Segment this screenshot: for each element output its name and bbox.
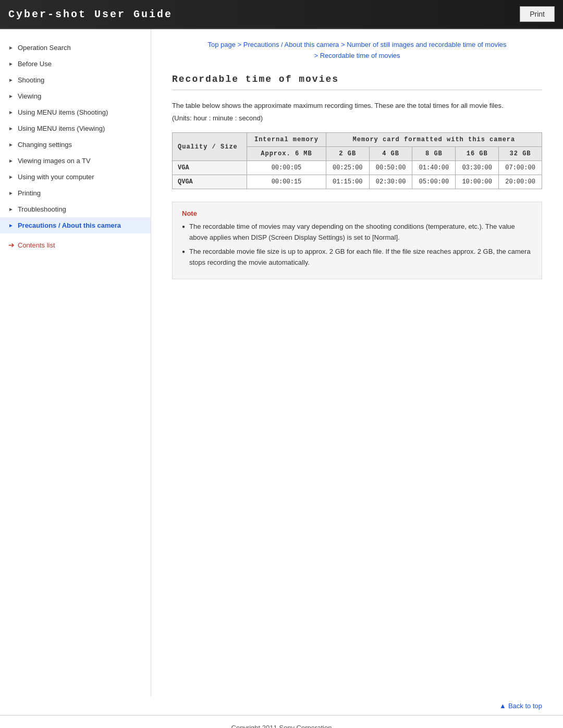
sidebar-label: Precautions / About this camera	[18, 221, 121, 229]
col-internal-memory: Internal memory	[247, 133, 326, 147]
cell-4gb: 00:50:00	[369, 161, 412, 175]
arrow-icon: ►	[8, 142, 14, 147]
sidebar-item-7[interactable]: ►Viewing images on a TV	[0, 153, 151, 169]
sidebar-item-5[interactable]: ►Using MENU items (Viewing)	[0, 120, 151, 137]
sidebar-item-9[interactable]: ►Printing	[0, 185, 151, 201]
description-text: The table below shows the approximate ma…	[172, 101, 542, 112]
sidebar: ►Operation Search►Before Use►Shooting►Vi…	[0, 29, 151, 697]
arrow-icon: ►	[8, 158, 14, 164]
cell-4gb: 02:30:00	[369, 175, 412, 189]
cell-internal: 00:00:15	[247, 175, 326, 189]
arrow-right-icon: ➔	[8, 241, 15, 249]
app-title: Cyber-shot User Guide	[8, 8, 173, 20]
note-box: Note The recordable time of movies may v…	[172, 202, 542, 279]
note-list: The recordable time of movies may vary d…	[182, 221, 532, 268]
main-content: Top page > Precautions / About this came…	[151, 29, 563, 697]
col-memory-card: Memory card formatted with this camera	[326, 133, 542, 147]
col-4gb: 4 GB	[369, 147, 412, 161]
breadcrumb-precautions[interactable]: Precautions / About this camera	[243, 41, 339, 48]
col-16gb: 16 GB	[456, 147, 499, 161]
sidebar-item-11[interactable]: ►Precautions / About this camera	[0, 217, 151, 233]
sidebar-label: Using MENU items (Viewing)	[18, 125, 105, 132]
back-to-top-link[interactable]: ▲Back to top	[499, 702, 542, 710]
col-32gb: 32 GB	[499, 147, 542, 161]
sidebar-item-2[interactable]: ►Shooting	[0, 72, 151, 88]
contents-list-label: Contents list	[18, 241, 55, 249]
sidebar-label: Shooting	[18, 76, 44, 84]
arrow-icon: ►	[8, 223, 14, 228]
cell-16gb: 10:00:00	[456, 175, 499, 189]
sidebar-item-0[interactable]: ►Operation Search	[0, 40, 151, 56]
arrow-icon: ►	[8, 93, 14, 99]
page-header: Cyber-shot User Guide Print	[0, 0, 563, 29]
sidebar-item-4[interactable]: ►Using MENU items (Shooting)	[0, 104, 151, 120]
cell-8gb: 05:00:00	[412, 175, 456, 189]
note-item-0: The recordable time of movies may vary d…	[182, 221, 532, 243]
cell-quality: VGA	[173, 161, 247, 175]
col-quality-size: Quality / Size	[173, 133, 247, 161]
cell-2gb: 00:25:00	[326, 161, 369, 175]
sidebar-label: Operation Search	[18, 44, 71, 52]
note-item-1: The recordable movie file size is up to …	[182, 246, 532, 268]
arrow-icon: ►	[8, 190, 14, 196]
col-8gb: 8 GB	[412, 147, 456, 161]
arrow-icon: ►	[8, 206, 14, 212]
page-layout: ►Operation Search►Before Use►Shooting►Vi…	[0, 29, 563, 697]
cell-8gb: 01:40:00	[412, 161, 456, 175]
arrow-icon: ►	[8, 109, 14, 115]
cell-quality: QVGA	[173, 175, 247, 189]
back-to-top-label: Back to top	[508, 702, 542, 710]
table-row: QVGA 00:00:15 01:15:00 02:30:00 05:00:00…	[173, 175, 542, 189]
col-approx: Approx. 6 MB	[247, 147, 326, 161]
table-row: VGA 00:00:05 00:25:00 00:50:00 01:40:00 …	[173, 161, 542, 175]
cell-32gb: 07:00:00	[499, 161, 542, 175]
sidebar-item-8[interactable]: ►Using with your computer	[0, 169, 151, 185]
arrow-icon: ►	[8, 61, 14, 67]
sidebar-label: Using MENU items (Shooting)	[18, 108, 108, 116]
sidebar-item-1[interactable]: ►Before Use	[0, 56, 151, 72]
arrow-icon: ►	[8, 126, 14, 131]
sidebar-label: Printing	[18, 189, 41, 197]
sidebar-item-6[interactable]: ►Changing settings	[0, 137, 151, 153]
breadcrumb-current[interactable]: Recordable time of movies	[320, 52, 400, 59]
sidebar-label: Before Use	[18, 60, 52, 68]
sidebar-label: Changing settings	[18, 141, 72, 149]
arrow-icon: ►	[8, 45, 14, 51]
sidebar-label: Using with your computer	[18, 173, 94, 181]
recordable-time-table: Quality / Size Internal memory Memory ca…	[172, 132, 542, 189]
cell-2gb: 01:15:00	[326, 175, 369, 189]
contents-list-link[interactable]: ➔ Contents list	[0, 236, 151, 254]
sidebar-label: Troubleshooting	[18, 205, 66, 213]
back-to-top-section: ▲Back to top	[0, 697, 563, 715]
cell-internal: 00:00:05	[247, 161, 326, 175]
sidebar-label: Viewing images on a TV	[18, 157, 91, 165]
breadcrumb-number-still[interactable]: Number of still images and recordable ti…	[347, 41, 506, 48]
cell-16gb: 03:30:00	[456, 161, 499, 175]
units-text: (Units: hour : minute : second)	[172, 114, 542, 122]
sidebar-item-3[interactable]: ►Viewing	[0, 88, 151, 104]
note-title: Note	[182, 209, 532, 217]
triangle-icon: ▲	[499, 702, 506, 710]
footer: Copyright 2011 Sony Corporation	[0, 715, 563, 728]
page-title: Recordable time of movies	[172, 74, 542, 90]
print-button[interactable]: Print	[520, 6, 555, 22]
arrow-icon: ►	[8, 77, 14, 83]
sidebar-item-10[interactable]: ►Troubleshooting	[0, 201, 151, 217]
breadcrumb: Top page > Precautions / About this came…	[172, 40, 542, 61]
col-2gb: 2 GB	[326, 147, 369, 161]
sidebar-label: Viewing	[18, 92, 41, 100]
breadcrumb-top[interactable]: Top page	[207, 41, 236, 48]
copyright-text: Copyright 2011 Sony Corporation	[231, 724, 332, 728]
cell-32gb: 20:00:00	[499, 175, 542, 189]
arrow-icon: ►	[8, 174, 14, 180]
